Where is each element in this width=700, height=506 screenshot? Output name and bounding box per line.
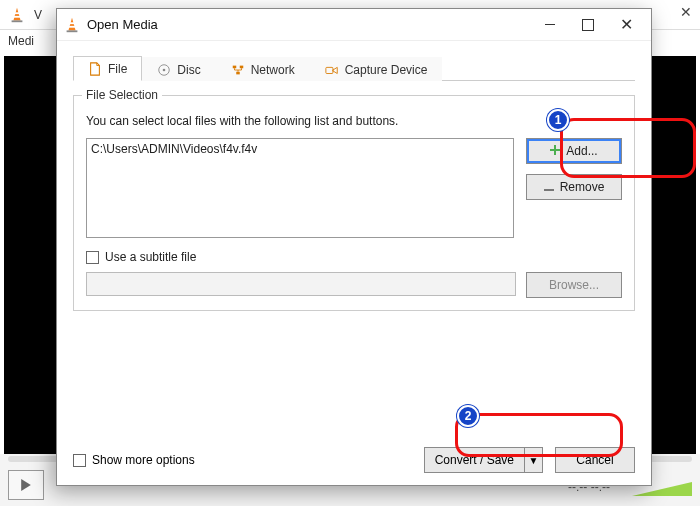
vlc-icon (63, 16, 81, 34)
convert-save-label: Convert / Save (424, 447, 525, 473)
tab-file-label: File (108, 62, 127, 76)
file-list[interactable]: C:\Users\ADMIN\Videos\f4v.f4v (86, 138, 514, 238)
maximize-button[interactable] (569, 11, 607, 39)
open-media-dialog: Open Media ✕ File Disc Network Capture D… (56, 8, 652, 486)
minimize-button[interactable] (531, 11, 569, 39)
svg-rect-2 (14, 15, 21, 17)
tab-strip: File Disc Network Capture Device (73, 53, 635, 81)
svg-rect-13 (236, 72, 240, 75)
svg-marker-4 (21, 479, 31, 491)
show-more-label: Show more options (92, 453, 195, 467)
dialog-footer: Show more options Convert / Save ▼ Cance… (73, 447, 635, 473)
tab-network[interactable]: Network (216, 57, 310, 81)
svg-rect-11 (232, 66, 236, 69)
vlc-icon (8, 6, 26, 24)
file-selection-intro: You can select local files with the foll… (86, 114, 622, 128)
network-icon (231, 63, 245, 77)
browse-button: Browse... (526, 272, 622, 298)
svg-rect-3 (12, 20, 23, 22)
plus-icon (550, 144, 560, 158)
file-selection-group: File Selection You can select local file… (73, 95, 635, 311)
subtitle-checkbox[interactable] (86, 251, 99, 264)
subtitle-path-input (86, 272, 516, 296)
close-button[interactable]: ✕ (607, 11, 645, 39)
subtitle-label: Use a subtitle file (105, 250, 196, 264)
list-item[interactable]: C:\Users\ADMIN\Videos\f4v.f4v (91, 141, 509, 157)
play-button[interactable] (8, 470, 44, 500)
tab-capture-label: Capture Device (345, 63, 428, 77)
file-icon (88, 62, 102, 76)
show-more-checkbox[interactable] (73, 454, 86, 467)
cancel-button-label: Cancel (576, 453, 613, 467)
convert-save-button[interactable]: Convert / Save ▼ (424, 447, 543, 473)
convert-save-dropdown[interactable]: ▼ (525, 447, 543, 473)
disc-icon (157, 63, 171, 77)
dialog-content: File Disc Network Capture Device File Se… (57, 41, 651, 485)
main-close-icon[interactable]: ✕ (680, 4, 692, 20)
browse-button-label: Browse... (549, 278, 599, 292)
tab-file[interactable]: File (73, 56, 142, 81)
dialog-titlebar: Open Media ✕ (57, 9, 651, 41)
dialog-title: Open Media (87, 17, 531, 32)
svg-point-10 (163, 69, 166, 72)
cancel-button[interactable]: Cancel (555, 447, 635, 473)
svg-rect-7 (69, 25, 76, 27)
remove-button-label: Remove (560, 180, 605, 194)
minus-icon (544, 180, 554, 194)
tab-disc-label: Disc (177, 63, 200, 77)
add-button[interactable]: Add... (526, 138, 622, 164)
tab-capture[interactable]: Capture Device (310, 57, 443, 81)
tab-network-label: Network (251, 63, 295, 77)
capture-icon (325, 63, 339, 77)
svg-rect-1 (14, 12, 19, 14)
svg-rect-6 (69, 22, 74, 24)
svg-rect-8 (67, 30, 78, 32)
svg-rect-14 (326, 67, 333, 73)
tab-disc[interactable]: Disc (142, 57, 215, 81)
add-button-label: Add... (566, 144, 597, 158)
svg-rect-12 (239, 66, 243, 69)
main-title: V (34, 8, 42, 22)
remove-button[interactable]: Remove (526, 174, 622, 200)
file-selection-title: File Selection (82, 88, 162, 102)
